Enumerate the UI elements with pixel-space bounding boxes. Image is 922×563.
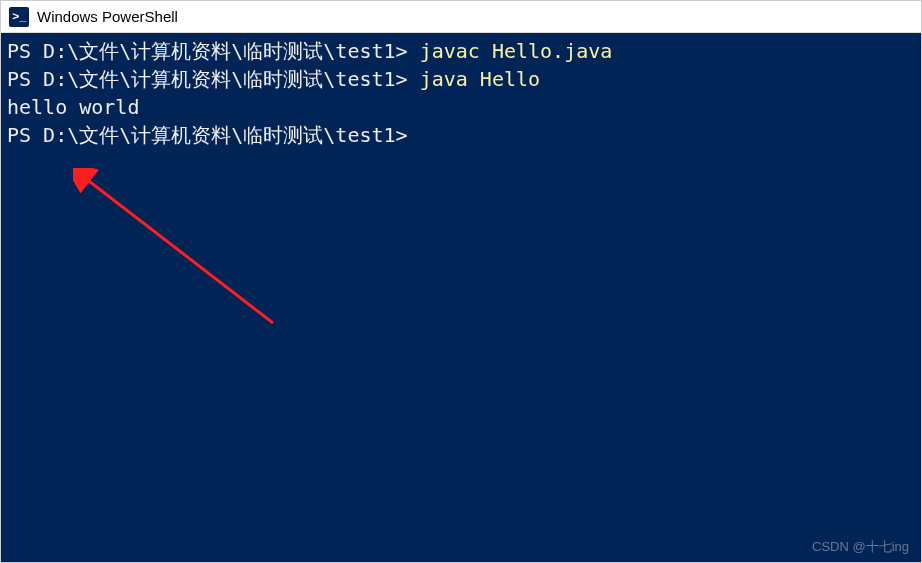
terminal-line: PS D:\文件\计算机资料\临时测试\test1> javac Hello.j… — [7, 37, 915, 65]
window-title: Windows PowerShell — [37, 8, 178, 25]
terminal-line: PS D:\文件\计算机资料\临时测试\test1> — [7, 121, 915, 149]
powershell-icon: >_ — [9, 7, 29, 27]
watermark-text: CSDN @十七ing — [812, 538, 909, 556]
annotation-arrow-icon — [73, 168, 293, 338]
output-text: hello world — [7, 95, 139, 119]
command-text: javac Hello.java — [420, 39, 613, 63]
titlebar[interactable]: >_ Windows PowerShell — [1, 1, 921, 33]
powershell-window: >_ Windows PowerShell PS D:\文件\计算机资料\临时测… — [0, 0, 922, 563]
svg-line-1 — [85, 178, 273, 323]
prompt: PS D:\文件\计算机资料\临时测试\test1> — [7, 39, 420, 63]
terminal-area[interactable]: PS D:\文件\计算机资料\临时测试\test1> javac Hello.j… — [1, 33, 921, 562]
terminal-line: PS D:\文件\计算机资料\临时测试\test1> java Hello — [7, 65, 915, 93]
prompt: PS D:\文件\计算机资料\临时测试\test1> — [7, 123, 408, 147]
command-text: java Hello — [420, 67, 540, 91]
prompt: PS D:\文件\计算机资料\临时测试\test1> — [7, 67, 420, 91]
terminal-line: hello world — [7, 93, 915, 121]
